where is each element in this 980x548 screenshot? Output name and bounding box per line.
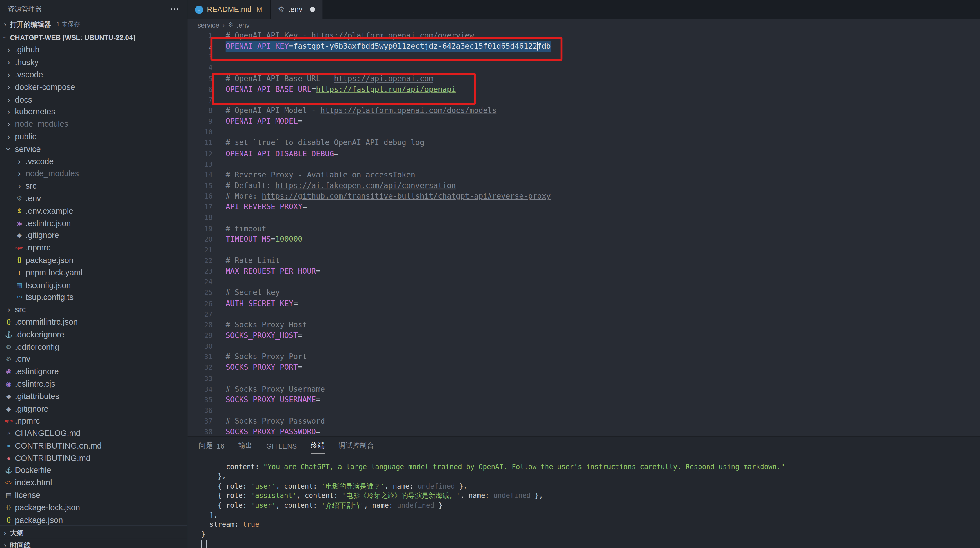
editor-pane[interactable]: 1# OpenAI API Key - https://platform.ope…: [188, 31, 980, 437]
panel-tab-gitlens[interactable]: GITLENS: [266, 437, 297, 454]
tree-file-.env[interactable]: ⚙.env: [0, 353, 188, 365]
panel-tab-problems[interactable]: 问题 16: [199, 437, 224, 454]
tree-file-CONTRIBUTING.md[interactable]: ●CONTRIBUTING.md: [0, 452, 188, 464]
tab-env[interactable]: .env: [270, 0, 323, 19]
tree-file-index.html[interactable]: <>index.html: [0, 477, 188, 489]
tree-folder-public[interactable]: ›public: [0, 130, 188, 143]
editor-line[interactable]: 36: [188, 405, 980, 416]
editor-line[interactable]: 33: [188, 373, 980, 384]
tree-file-tsconfig.json[interactable]: ▦tsconfig.json: [0, 279, 188, 291]
editor-line[interactable]: 29SOCKS_PROXY_HOST=: [188, 330, 980, 341]
editor-line[interactable]: 8# OpenAI API Model - https://platform.o…: [188, 106, 980, 116]
tree-folder-.vscode[interactable]: ›.vscode: [0, 68, 188, 81]
tree-file-.eslintrc.json[interactable]: ◉.eslintrc.json: [0, 217, 188, 229]
editor-line[interactable]: 2OPENAI_API_KEY=fastgpt-y6b3axfbdd5wyp01…: [188, 41, 980, 52]
tree-folder-docker-compose[interactable]: ›docker-compose: [0, 81, 188, 93]
panel-tab-output[interactable]: 输出: [239, 437, 253, 454]
editor-line[interactable]: 23MAX_REQUEST_PER_HOUR=: [188, 266, 980, 277]
tree-folder-.vscode[interactable]: ›.vscode: [0, 155, 188, 167]
tree-file-.commitlintrc.json[interactable]: {}.commitlintrc.json: [0, 316, 188, 328]
tree-file-.gitattributes[interactable]: ◆.gitattributes: [0, 390, 188, 402]
editor-line[interactable]: 19# timeout: [188, 223, 980, 234]
tree-file-package-lock.json[interactable]: {}package-lock.json: [0, 501, 188, 514]
workspace-section[interactable]: CHATGPT-WEB [WSL: UBUNTU-22.04]: [0, 31, 188, 44]
editor-line[interactable]: 18: [188, 213, 980, 223]
editor-line[interactable]: 17API_REVERSE_PROXY=: [188, 202, 980, 213]
tab-readme[interactable]: README.md M: [188, 0, 270, 19]
tree-folder-node_modules[interactable]: ›node_modules: [0, 118, 188, 130]
editor-line[interactable]: 38SOCKS_PROXY_PASSWORD=: [188, 427, 980, 437]
eslint-icon: ◉: [4, 380, 14, 387]
editor-line[interactable]: 4: [188, 63, 980, 73]
tree-folder-.husky[interactable]: ›.husky: [0, 56, 188, 68]
timeline-section[interactable]: 时间线: [0, 538, 188, 548]
editor-line[interactable]: 34# Socks Proxy Username: [188, 384, 980, 394]
tree-file-package.json[interactable]: {}package.json: [0, 254, 188, 267]
tree-folder-node_modules[interactable]: ›node_modules: [0, 167, 188, 179]
unsaved-dot-icon[interactable]: [310, 7, 315, 12]
tree-folder-kubernetes[interactable]: ›kubernetes: [0, 106, 188, 118]
tree-file-.editorconfig[interactable]: ⚙.editorconfig: [0, 340, 188, 353]
editor-line[interactable]: 10: [188, 127, 980, 138]
line-code: OPENAI_API_BASE_URL=https://fastgpt.run/…: [226, 84, 456, 95]
tree-item-label: docs: [15, 95, 32, 104]
tree-folder-docs[interactable]: ›docs: [0, 93, 188, 106]
editor-line[interactable]: 13: [188, 159, 980, 170]
tree-file-.npmrc[interactable]: npm.npmrc: [0, 241, 188, 254]
editor-line[interactable]: 14# Reverse Proxy - Available on accessT…: [188, 170, 980, 181]
tree-file-Dockerfile[interactable]: ⚓Dockerfile: [0, 464, 188, 477]
editor-line[interactable]: 25# Secret key: [188, 288, 980, 298]
terminal-line: [201, 539, 980, 548]
breadcrumb-folder[interactable]: service: [197, 21, 219, 29]
editor-line[interactable]: 32SOCKS_PROXY_PORT=: [188, 362, 980, 373]
tree-folder-service[interactable]: ›service: [0, 143, 188, 155]
editor-line[interactable]: 11# set `true` to disable OpenAI API deb…: [188, 138, 980, 148]
panel-tab-terminal[interactable]: 终端: [311, 437, 325, 454]
breadcrumb-file[interactable]: .env: [237, 21, 250, 29]
line-code: # Socks Proxy Host: [226, 319, 307, 330]
editor-line[interactable]: 3: [188, 52, 980, 63]
editor-line[interactable]: 31# Socks Proxy Port: [188, 352, 980, 362]
tree-file-package.json[interactable]: {}package.json: [0, 514, 188, 526]
tree-file-.npmrc[interactable]: npm.npmrc: [0, 415, 188, 427]
editor-line[interactable]: 20TIMEOUT_MS=100000: [188, 234, 980, 245]
panel-tab-debug-console[interactable]: 调试控制台: [339, 437, 374, 454]
tree-file-tsup.config.ts[interactable]: TStsup.config.ts: [0, 291, 188, 303]
editor-line[interactable]: 28# Socks Proxy Host: [188, 319, 980, 330]
editor-line[interactable]: 9OPENAI_API_MODEL=: [188, 116, 980, 127]
tree-file-.gitignore[interactable]: ◆.gitignore: [0, 402, 188, 415]
editor-line[interactable]: 35SOCKS_PROXY_USERNAME=: [188, 394, 980, 405]
editor-line[interactable]: 5# OpenAI API Base URL - https://api.ope…: [188, 73, 980, 84]
editor-line[interactable]: 1# OpenAI API Key - https://platform.ope…: [188, 31, 980, 41]
editor-line[interactable]: 6OPENAI_API_BASE_URL=https://fastgpt.run…: [188, 84, 980, 95]
editor-line[interactable]: 21: [188, 245, 980, 256]
more-actions-icon[interactable]: [170, 4, 179, 14]
tree-folder-.github[interactable]: ›.github: [0, 44, 188, 56]
editor-line[interactable]: 24: [188, 277, 980, 288]
editor-line[interactable]: 27: [188, 309, 980, 319]
tree-file-license[interactable]: ▤license: [0, 489, 188, 501]
editor-line[interactable]: 26AUTH_SECRET_KEY=: [188, 298, 980, 309]
tree-file-.gitignore[interactable]: ◆.gitignore: [0, 229, 188, 241]
tree-file-.eslintrc.cjs[interactable]: ◉.eslintrc.cjs: [0, 378, 188, 390]
editor-line[interactable]: 37# Socks Proxy Password: [188, 416, 980, 427]
editor-line[interactable]: 12OPENAI_API_DISABLE_DEBUG=: [188, 148, 980, 159]
tree-file-.eslintignore[interactable]: ◉.eslintignore: [0, 365, 188, 378]
chevron-right-icon: ›: [4, 45, 14, 55]
outline-section[interactable]: 大纲: [0, 525, 188, 540]
tree-file-.env.example[interactable]: $.env.example: [0, 205, 188, 217]
editor-line[interactable]: 22# Rate Limit: [188, 256, 980, 266]
open-editors-section[interactable]: 打开的编辑器 1 未保存: [0, 17, 188, 31]
editor-line[interactable]: 7: [188, 95, 980, 106]
tree-file-CHANGELOG.md[interactable]: ◔CHANGELOG.md: [0, 427, 188, 440]
editor-line[interactable]: 15# Default: https://ai.fakeopen.com/api…: [188, 181, 980, 191]
editor-line[interactable]: 16# More: https://github.com/transitive-…: [188, 191, 980, 202]
terminal-output[interactable]: content: "You are ChatGPT, a large langu…: [188, 454, 980, 548]
tree-file-.env[interactable]: ⚙.env: [0, 192, 188, 205]
tree-file-CONTRIBUTING.en.md[interactable]: ●CONTRIBUTING.en.md: [0, 439, 188, 452]
tree-file-.dockerignore[interactable]: ⚓.dockerignore: [0, 328, 188, 340]
editor-line[interactable]: 30: [188, 341, 980, 352]
tree-folder-src[interactable]: ›src: [0, 179, 188, 192]
tree-folder-src[interactable]: ›src: [0, 303, 188, 316]
tree-file-pnpm-lock.yaml[interactable]: !pnpm-lock.yaml: [0, 267, 188, 279]
